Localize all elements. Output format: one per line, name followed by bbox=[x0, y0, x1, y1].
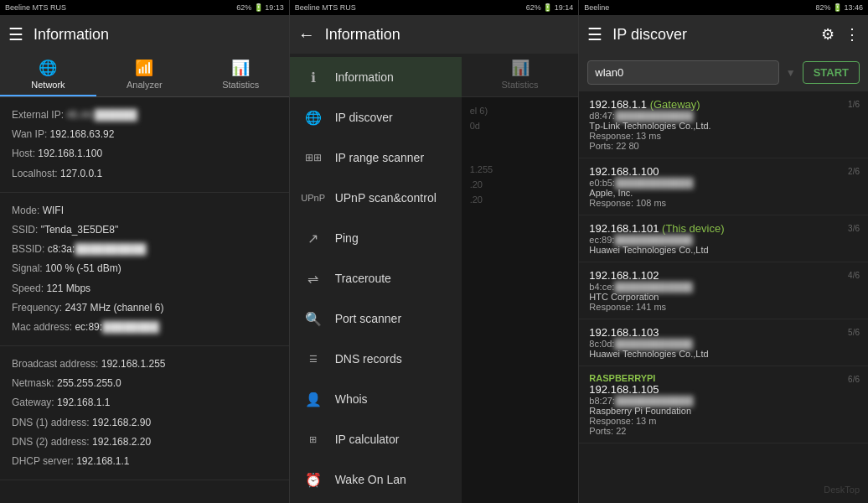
battery-time-3: 82% 🔋 13:46 bbox=[815, 3, 863, 12]
menu-item-ip-calculator[interactable]: ⊞ IP calculator bbox=[290, 419, 462, 459]
device-ip-100: 192.168.1.100 bbox=[589, 165, 858, 178]
external-ip-row: External IP: 46.44.██████ bbox=[12, 106, 277, 125]
device-item-gateway[interactable]: 1/6 192.168.1.1 (Gateway) d8:47:████████… bbox=[579, 91, 868, 158]
upnp-menu-icon: UPnP bbox=[303, 188, 323, 208]
nav-drawer: ℹ Information 🌐 IP discover ⊞⊞ IP range … bbox=[290, 54, 462, 503]
device-ports-raspberry: Ports: 22 bbox=[589, 426, 858, 436]
menu-item-ip-discover-label: IP discover bbox=[335, 111, 448, 124]
device-vendor-100: Apple, Inc. bbox=[589, 188, 858, 198]
device-mac-gateway: d8:47:████████████ bbox=[589, 111, 858, 121]
ip-discover-toolbar: wlan0 ▼ START bbox=[579, 54, 868, 91]
device-ip-103: 192.168.1.103 bbox=[589, 326, 858, 339]
info-content-1: External IP: 46.44.██████ Wan IP: 192.16… bbox=[0, 97, 289, 503]
device-vendor-gateway: Tp-Link Technologies Co.,Ltd. bbox=[589, 121, 858, 131]
battery-time-2: 62% 🔋 19:14 bbox=[526, 3, 574, 12]
port-scanner-menu-icon: 🔍 bbox=[303, 309, 323, 329]
tab-statistics-label: Statistics bbox=[222, 80, 259, 90]
panel-ip-discover: Beeline 82% 🔋 13:46 ☰ IP discover ⚙ ⋮ wl… bbox=[579, 0, 868, 503]
menu-item-upnp[interactable]: UPnP UPnP scan&control bbox=[290, 178, 462, 218]
information-menu-icon: ℹ bbox=[303, 67, 323, 87]
menu-item-information-label: Information bbox=[335, 70, 448, 84]
device-ip-raspberry: RASPBERRYPI bbox=[589, 373, 858, 383]
carrier-text-1: Beeline MTS RUS bbox=[5, 3, 66, 12]
device-ip-gateway: 192.168.1.1 (Gateway) bbox=[589, 98, 858, 111]
menu-item-ip-range-label: IP range scanner bbox=[335, 151, 448, 164]
menu-item-wake-on-lan[interactable]: ⏰ Wake On Lan bbox=[290, 459, 462, 500]
device-mac-raspberry: b8:27:████████████ bbox=[589, 396, 858, 406]
device-response-102: Response: 141 ms bbox=[589, 302, 858, 312]
device-mac-102: b4:ce:████████████ bbox=[589, 282, 858, 292]
tab-statistics[interactable]: 📊 Statistics bbox=[193, 54, 289, 96]
menu-item-information[interactable]: ℹ Information bbox=[290, 57, 462, 97]
menu-item-traceroute-label: Traceroute bbox=[335, 272, 448, 285]
menu-item-port-scanner[interactable]: 🔍 Port scanner bbox=[290, 298, 462, 339]
start-button[interactable]: START bbox=[803, 61, 860, 84]
whois-menu-icon: 👤 bbox=[303, 389, 323, 409]
tab-network-label: Network bbox=[31, 80, 65, 90]
panel-information: Beeline MTS RUS 62% 🔋 19:13 ☰ Informatio… bbox=[0, 0, 290, 503]
network-section: Broadcast address: 192.168.1.255 Netmask… bbox=[0, 346, 289, 480]
menu-item-upnp-label: UPnP scan&control bbox=[335, 191, 448, 205]
device-item-100[interactable]: 2/6 192.168.1.100 e0:b5:████████████ App… bbox=[579, 158, 868, 215]
menu-item-whois[interactable]: 👤 Whois bbox=[290, 379, 462, 419]
broadcast-row: Broadcast address: 192.168.1.255 bbox=[12, 355, 277, 374]
netmask-row: Netmask: 255.255.255.0 bbox=[12, 374, 277, 393]
tab-statistics-overlay: 📊 Statistics bbox=[462, 54, 579, 96]
ip-section: External IP: 46.44.██████ Wan IP: 192.16… bbox=[0, 97, 289, 193]
menu-item-ip-calc-label: IP calculator bbox=[335, 433, 448, 446]
menu-icon-3[interactable]: ☰ bbox=[587, 24, 602, 44]
device-ip-raspberry-addr: 192.168.1.105 bbox=[589, 383, 858, 396]
menu-item-traceroute[interactable]: ⇌ Traceroute bbox=[290, 258, 462, 298]
menu-item-whois-label: Whois bbox=[335, 392, 448, 406]
battery-time-1: 62% 🔋 19:13 bbox=[236, 3, 284, 12]
wifi-section: Mode: WIFI SSID: "Tenda_3E5DE8" BSSID: c… bbox=[0, 193, 289, 346]
device-item-101[interactable]: 3/6 192.168.1.101 (This device) ec:89:██… bbox=[579, 215, 868, 262]
ip-calc-menu-icon: ⊞ bbox=[303, 429, 323, 449]
interface-select[interactable]: wlan0 bbox=[587, 60, 778, 85]
tab-bar-1: 🌐 Network 📶 Analyzer 📊 Statistics bbox=[0, 54, 289, 97]
device-response-100: Response: 108 ms bbox=[589, 198, 858, 208]
menu-item-ping-label: Ping bbox=[335, 231, 448, 245]
ssid-row: SSID: "Tenda_3E5DE8" bbox=[12, 220, 277, 240]
menu-item-telnet-ssh[interactable]: >_ Telnet & SSH bbox=[290, 500, 462, 503]
header-3: ☰ IP discover ⚙ ⋮ bbox=[579, 15, 868, 54]
ip-range-menu-icon: ⊞⊞ bbox=[303, 148, 323, 168]
back-button-2[interactable]: ← bbox=[298, 25, 315, 44]
statistics-icon: 📊 bbox=[231, 59, 250, 77]
header-1: ☰ Information bbox=[0, 15, 289, 54]
settings-icon-3[interactable]: ⚙ bbox=[821, 25, 834, 44]
device-mac-100: e0:b5:████████████ bbox=[589, 178, 858, 188]
tab-analyzer-label: Analyzer bbox=[127, 80, 163, 90]
tab-network[interactable]: 🌐 Network bbox=[0, 54, 96, 96]
device-vendor-102: HTC Corporation bbox=[589, 292, 858, 302]
speed-row: Speed: 121 Mbps bbox=[12, 279, 277, 298]
device-item-103[interactable]: 5/6 192.168.1.103 8c:0d:████████████ Hua… bbox=[579, 319, 868, 366]
dhcp-row: DHCP server: 192.168.1.1 bbox=[12, 452, 277, 471]
wol-menu-icon: ⏰ bbox=[303, 469, 323, 490]
wan-ip-row: Wan IP: 192.168.63.92 bbox=[12, 125, 277, 144]
device-mac-101: ec:89:████████████ bbox=[589, 235, 858, 245]
more-icon-3[interactable]: ⋮ bbox=[845, 25, 860, 44]
menu-item-ip-range-scanner[interactable]: ⊞⊞ IP range scanner bbox=[290, 137, 462, 178]
device-item-102[interactable]: 4/6 192.168.1.102 b4:ce:████████████ HTC… bbox=[579, 262, 868, 319]
ping-menu-icon: ↗ bbox=[303, 228, 323, 248]
menu-item-dns-records[interactable]: ☰ DNS records bbox=[290, 339, 462, 379]
dns1-row: DNS (1) address: 192.168.2.90 bbox=[12, 413, 277, 433]
device-ip-101: 192.168.1.101 (This device) bbox=[589, 222, 858, 235]
signal-row: Signal: 100 % (-51 dBm) bbox=[12, 259, 277, 278]
menu-list: ℹ Information 🌐 IP discover ⊞⊞ IP range … bbox=[290, 54, 462, 503]
carrier-text-3: Beeline bbox=[584, 3, 609, 12]
device-mac-103: 8c:0d:████████████ bbox=[589, 339, 858, 349]
device-item-raspberry[interactable]: 6/6 RASPBERRYPI 192.168.1.105 b8:27:████… bbox=[579, 366, 868, 443]
frequency-row: Frequency: 2437 MHz (channel 6) bbox=[12, 298, 277, 318]
menu-item-ip-discover[interactable]: 🌐 IP discover bbox=[290, 97, 462, 137]
device-vendor-103: Huawei Technologies Co.,Ltd bbox=[589, 349, 858, 359]
device-list: 1/6 192.168.1.1 (Gateway) d8:47:████████… bbox=[579, 91, 868, 503]
tab-analyzer[interactable]: 📶 Analyzer bbox=[96, 54, 193, 96]
menu-icon-1[interactable]: ☰ bbox=[8, 24, 23, 44]
device-response-raspberry: Response: 13 m bbox=[589, 416, 858, 426]
page-title-2: Information bbox=[325, 26, 571, 44]
dropdown-chevron: ▼ bbox=[786, 67, 796, 79]
device-vendor-raspberry: Raspberry Pi Foundation bbox=[589, 406, 858, 416]
menu-item-ping[interactable]: ↗ Ping bbox=[290, 218, 462, 258]
